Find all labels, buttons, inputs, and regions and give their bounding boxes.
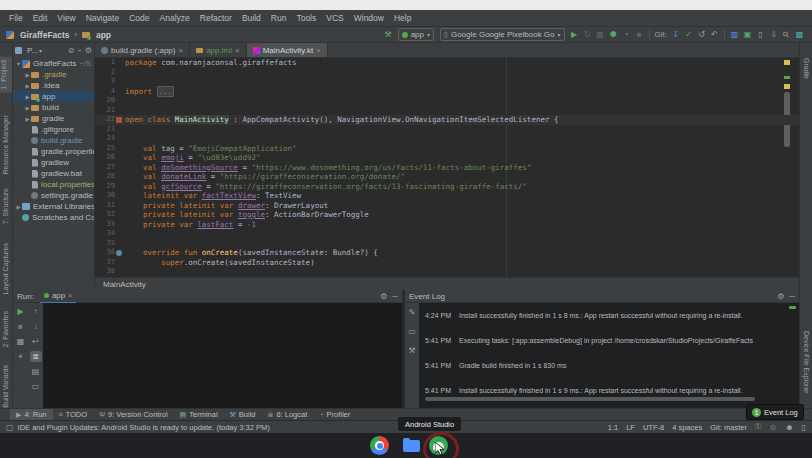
gutter-line-1[interactable]: 1 [95,58,125,68]
profiler-button[interactable]: ◔ [620,29,633,41]
up-stack-trace-button[interactable]: ↑ [30,306,42,317]
instant-run-button[interactable]: ▣ [741,29,754,41]
override-gutter-icon[interactable] [116,250,122,256]
class-gutter-icon[interactable] [116,117,122,123]
history-button[interactable]: ↺ [695,29,708,41]
toolwindow-tab-layout-captures[interactable]: Layout Captures [2,243,9,294]
menu-window[interactable]: Window [349,10,389,26]
gutter-line-4[interactable]: 4 [95,87,125,97]
code-line-22[interactable]: 22open class MainActivity : AppCompatAct… [95,115,799,125]
menu-code[interactable]: Code [124,10,154,26]
tree-item-gradle[interactable]: ▶gradle [13,113,94,124]
tree-item-local-properties[interactable]: local.properties [13,179,94,190]
tree-item-settings-gradle[interactable]: settings.gradle [13,190,94,201]
log-settings-icon[interactable]: ✎ [406,307,418,318]
expand-arrow-icon[interactable]: ▶ [24,83,31,89]
chrome-icon[interactable] [370,436,389,455]
expand-arrow-icon[interactable]: ▶ [24,116,31,122]
gutter-line-25[interactable]: 25 [95,144,125,154]
emoji-smiley-icon[interactable]: ☻ [785,423,793,432]
gutter-line-37[interactable]: 37 [95,258,125,268]
gutter-line-30[interactable]: 30 [95,191,125,201]
debug-button[interactable]: ⚉ [607,29,620,41]
log-entry[interactable]: 4:24 PMInstall successfully finished in … [419,312,799,337]
device-icon[interactable]: ▯ [802,423,806,432]
gutter-line-22[interactable]: 22 [95,115,125,125]
tab-build-gradle-app-[interactable]: build.gradle (:app)× [95,43,190,57]
close-icon[interactable]: × [235,46,240,55]
log-entry[interactable]: 5:41 PMGradle build finished in 1 s 830 … [419,362,799,387]
code-line-32[interactable]: 32 private lateinit var toggle: ActionBa… [95,210,799,220]
build-hammer-icon[interactable]: ⚒ [382,29,395,41]
code-line-35[interactable]: 35 [95,239,799,249]
soft-wrap-button[interactable]: ↩ [30,336,42,347]
toolwindow-button-9-version-control[interactable]: Ψ9: Version Control [93,409,173,421]
apply-code-changes-button[interactable]: ▦ [594,29,607,41]
close-icon[interactable]: × [68,292,72,299]
tab-app-iml[interactable]: app.iml× [190,43,246,57]
apply-changes-button[interactable]: ↻ [581,29,594,41]
clear-console-button[interactable]: ▭ [30,381,42,392]
code-line-23[interactable]: 23 [95,125,799,135]
toolwindow-button-todo[interactable]: ≡TODO [53,409,94,421]
toolwindow-tab-build-variants[interactable]: Build Variants [2,365,9,408]
status-message[interactable]: IDE and Plugin Updates: Android Studio i… [18,423,270,432]
code-line-3[interactable]: 3 [95,77,799,87]
menu-tools[interactable]: Tools [291,10,321,26]
toolwindow-tab-resource-manager[interactable]: Resource Manager [2,115,9,175]
tree-item-gradle-properties[interactable]: gradle.properties [13,146,94,157]
toolwindow-tab-gradle[interactable]: Gradle [803,58,810,79]
stop-button[interactable]: ■ [633,29,646,41]
menu-view[interactable]: View [52,10,80,26]
gutter-line-23[interactable]: 23 [95,125,125,135]
update-project-button[interactable]: ↧ [669,29,682,41]
tree-item-gradlew-bat[interactable]: gradlew.bat [13,168,94,179]
code-line-27[interactable]: 27 val doSomethingSource = "https://www.… [95,163,799,173]
tree-item-giraffefacts[interactable]: ▼GiraffeFacts~/S [13,58,94,69]
code-line-4[interactable]: 4import ... [95,87,799,97]
project-view-label[interactable]: P... [27,46,38,55]
git-branch[interactable]: Git: master [710,423,747,432]
tree-item-build-gradle[interactable]: build.gradle [13,135,94,146]
gutter-line-35[interactable]: 35 [95,239,125,249]
tree-item-app[interactable]: ▶app [13,91,94,102]
code-line-2[interactable]: 2 [95,68,799,78]
code-line-24[interactable]: 24 [95,134,799,144]
run-config-select[interactable]: app ▾ [398,28,434,41]
breadcrumb-project[interactable]: GiraffeFacts [20,30,70,40]
toolwindow-button-terminal[interactable]: ▤Terminal [174,409,224,421]
tab-mainactivity-kt[interactable]: MainActivity.kt× [247,43,328,57]
gutter-line-20[interactable]: 20 [95,96,125,106]
run-console[interactable] [43,303,402,408]
code-line-28[interactable]: 28 val donateLink = "https://giraffecons… [95,172,799,182]
tree-item--gitignore[interactable]: .gitignore [13,124,94,135]
gear-icon[interactable]: ⚙ [380,292,387,301]
gutter-line-2[interactable]: 2 [95,68,125,78]
collapse-all-icon[interactable]: ⊘ [68,46,75,55]
indent-setting[interactable]: 4 spaces [672,423,702,432]
code-line-30[interactable]: 30 lateinit var factTextView: TextView [95,191,799,201]
gutter-line-31[interactable]: 31 [95,201,125,211]
toolwindow-button-profiler[interactable]: ◔Profiler [313,409,356,421]
log-entry[interactable]: 5:41 PMExecuting tasks: [:app:assembleDe… [419,337,799,362]
caret-position[interactable]: 1:1 [608,423,618,432]
print-button[interactable]: ▤ [30,366,42,377]
run-button[interactable]: ▶ [568,29,581,41]
menu-run[interactable]: Run [266,10,292,26]
menu-file[interactable]: File [4,10,28,26]
clear-log-icon[interactable]: ▭ [406,326,418,337]
expand-arrow-icon[interactable]: ▶ [24,72,31,78]
gutter-line-34[interactable]: 34 [95,229,125,239]
code-line-31[interactable]: 31 private lateinit var drawer: DrawerLa… [95,201,799,211]
gutter-line-38[interactable]: 38 [95,267,125,277]
event-log-scrollbar[interactable] [425,397,755,401]
tree-item--gradle[interactable]: ▶.gradle [13,69,94,80]
breadcrumb-class[interactable]: MainActivity [103,280,146,289]
commit-button[interactable]: ✓ [682,29,695,41]
gutter-line-36[interactable]: 36 [95,248,125,258]
code-line-38[interactable]: 38 [95,267,799,277]
files-app-icon[interactable] [402,436,421,455]
tree-item-gradlew[interactable]: gradlew [13,157,94,168]
toolwindow-button-6-logcat[interactable]: ≣6: Logcat [262,409,314,421]
expand-arrow-icon[interactable]: ▶ [24,105,31,111]
